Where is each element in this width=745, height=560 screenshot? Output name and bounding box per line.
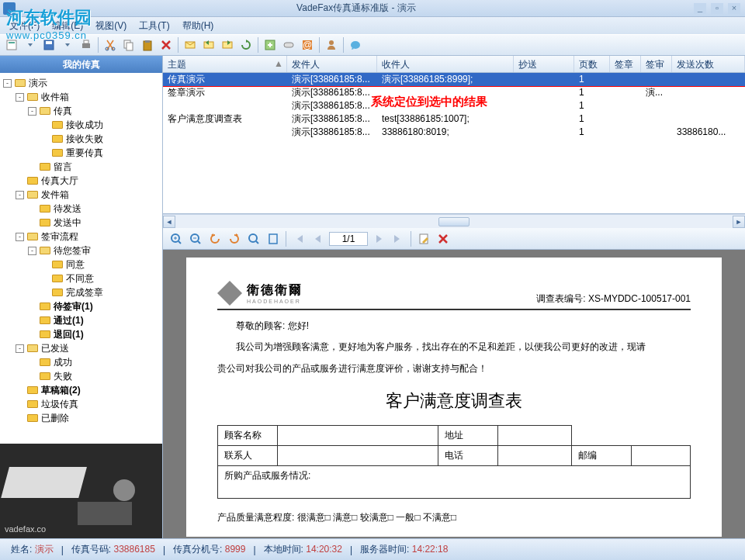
scroll-right-icon[interactable]: ►	[733, 216, 745, 228]
main-area: 我的传真 -演示-收件箱-传真接收成功接收失败重要传真留言传真大厅-发件箱待发送…	[0, 56, 745, 538]
col-sender[interactable]: 发件人	[287, 56, 377, 72]
menu-edit[interactable]: 编辑(E)	[46, 18, 89, 34]
tree-toggle-icon[interactable]: -	[28, 247, 36, 255]
list-body[interactable]: 系统定位到选中的结果 传真演示演示[33886185:8...演示[338861…	[163, 73, 745, 214]
col-review[interactable]: 签审	[641, 56, 672, 72]
tree-label: 不同意	[66, 272, 94, 285]
delete-button[interactable]	[158, 36, 175, 54]
col-stamp[interactable]: 签章	[610, 56, 641, 72]
print-button[interactable]	[78, 36, 95, 54]
folder-icon	[51, 147, 64, 158]
tree-node[interactable]: 失败	[0, 369, 162, 383]
tree-label: 待发送	[54, 202, 81, 216]
tree-node[interactable]: -发件箱	[0, 188, 162, 202]
tree-node[interactable]: 不同意	[0, 271, 162, 285]
tree-toggle-icon[interactable]: -	[28, 107, 36, 116]
tree-node[interactable]: 重要传真	[0, 146, 162, 160]
tree-node[interactable]: 传真大厅	[0, 174, 162, 188]
col-cc[interactable]: 抄送	[514, 56, 574, 72]
mail-send-button[interactable]	[182, 36, 199, 54]
first-page-button[interactable]	[290, 230, 307, 247]
tree-node[interactable]: -签审流程	[0, 230, 162, 244]
tree-node[interactable]: -已发送	[0, 341, 162, 355]
last-page-button[interactable]	[390, 230, 407, 247]
help-button[interactable]	[347, 36, 364, 54]
tree-node[interactable]: 成功	[0, 355, 162, 369]
tree-node[interactable]: 通过(1)	[0, 313, 162, 327]
next-page-button[interactable]	[370, 230, 387, 247]
forward-button[interactable]	[219, 36, 236, 54]
dropdown-icon[interactable]	[22, 36, 39, 54]
tree-node[interactable]: 草稿箱(2)	[0, 383, 162, 397]
zoom-out-button[interactable]	[187, 230, 204, 247]
folder-tree[interactable]: -演示-收件箱-传真接收成功接收失败重要传真留言传真大厅-发件箱待发送发送中-签…	[0, 73, 162, 444]
save-button[interactable]	[40, 36, 57, 54]
zoom-in-button[interactable]	[168, 230, 185, 247]
dropdown-icon[interactable]	[59, 36, 76, 54]
tree-node[interactable]: -传真	[0, 104, 162, 118]
menu-view[interactable]: 视图(V)	[89, 18, 133, 34]
tree-node[interactable]: -待您签审	[0, 244, 162, 258]
tree-node[interactable]: 接收成功	[0, 118, 162, 132]
copy-button[interactable]	[120, 36, 137, 54]
tree-node[interactable]: 同意	[0, 258, 162, 271]
rotate-right-button[interactable]	[226, 230, 243, 247]
tree-node[interactable]: 留言	[0, 160, 162, 174]
page-indicator-input[interactable]	[329, 232, 368, 246]
col-subject[interactable]: 主题 ▲	[163, 56, 287, 72]
tree-node[interactable]: 接收失败	[0, 132, 162, 146]
maximize-button[interactable]: ▫	[711, 3, 723, 14]
delete-page-button[interactable]	[435, 230, 452, 247]
attach-button[interactable]	[262, 36, 279, 54]
list-row[interactable]: 签章演示演示[33886185:8...1演...	[163, 86, 745, 99]
menu-file[interactable]: 文件(F)	[3, 18, 46, 34]
tree-toggle-icon[interactable]: -	[16, 191, 24, 199]
tree-toggle-icon[interactable]: -	[16, 93, 24, 102]
list-row[interactable]: 客户满意度调查表演示[33886185:8...test[33886185:10…	[163, 112, 745, 126]
paste-button[interactable]	[139, 36, 156, 54]
at-button[interactable]: @	[299, 36, 316, 54]
contacts-button[interactable]	[323, 36, 340, 54]
col-send-count[interactable]: 发送次数	[672, 56, 745, 72]
list-row[interactable]: 传真演示演示[33886185:8...演示[33886185:8999];1	[163, 73, 745, 86]
tree-toggle-icon[interactable]: -	[3, 79, 12, 88]
new-fax-button[interactable]	[3, 36, 20, 54]
tree-node[interactable]: 完成签章	[0, 285, 162, 299]
device-button[interactable]	[280, 36, 297, 54]
col-recipient[interactable]: 收件人	[377, 56, 514, 72]
folder-icon	[26, 231, 39, 242]
edit-page-button[interactable]	[415, 230, 432, 247]
list-hscroll[interactable]: ◄ ►	[163, 214, 745, 228]
tree-toggle-icon[interactable]: -	[16, 344, 24, 353]
refresh-button[interactable]	[237, 36, 255, 54]
tree-node[interactable]: 发送中	[0, 216, 162, 230]
prev-page-button[interactable]	[310, 230, 327, 247]
logo-text: 衛德衛爾	[247, 282, 303, 299]
fit-width-button[interactable]	[245, 230, 262, 247]
folder-icon	[26, 385, 39, 396]
tree-node[interactable]: 退回(1)	[0, 327, 162, 341]
list-row[interactable]: 演示[33886185:8...1	[163, 99, 745, 112]
tree-node[interactable]: -演示	[0, 76, 162, 90]
reply-button[interactable]	[200, 36, 217, 54]
tree-node[interactable]: 已删除	[0, 411, 162, 425]
tree-node[interactable]: 待发送	[0, 202, 162, 216]
list-row[interactable]: 演示[33886185:8...33886180:8019;133886180.…	[163, 126, 745, 139]
tree-node[interactable]: 待签审(1)	[0, 299, 162, 313]
tree-toggle-icon[interactable]: -	[16, 233, 24, 241]
preview-area[interactable]: 衛德衛爾 HAODEHAOER 调查表编号: XS-MYDDC-100517-0…	[163, 250, 745, 538]
cut-button[interactable]	[102, 36, 119, 54]
tree-node[interactable]: 垃圾传真	[0, 397, 162, 411]
tree-node[interactable]: -收件箱	[0, 90, 162, 104]
minimize-button[interactable]: _	[694, 3, 706, 14]
tree-label: 垃圾传真	[41, 398, 78, 411]
fit-page-button[interactable]	[265, 230, 282, 247]
close-button[interactable]: ×	[728, 3, 740, 14]
menu-help[interactable]: 帮助(H)	[176, 18, 220, 34]
scroll-left-icon[interactable]: ◄	[163, 216, 175, 228]
rotate-left-button[interactable]	[206, 230, 224, 247]
menu-tools[interactable]: 工具(T)	[133, 18, 175, 34]
svg-rect-1	[9, 42, 15, 43]
col-pages[interactable]: 页数	[574, 56, 610, 72]
scroll-thumb[interactable]	[438, 217, 470, 226]
